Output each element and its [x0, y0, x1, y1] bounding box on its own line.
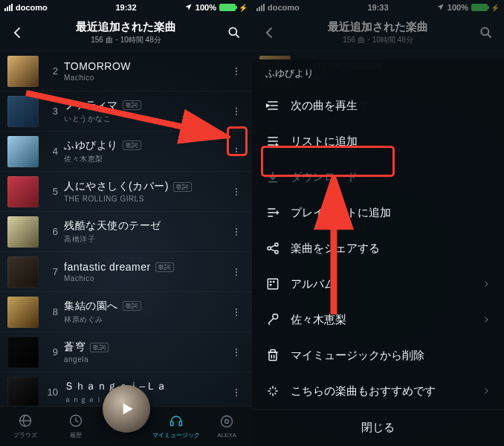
svg-point-13 [236, 194, 237, 195]
lyrics-badge: 歌詞 [123, 140, 141, 150]
album-art [7, 216, 39, 248]
svg-line-72 [268, 318, 274, 323]
svg-point-17 [236, 268, 237, 269]
album-art [7, 337, 39, 368]
track-title: TOMORROW [64, 60, 131, 72]
track-index: 10 [45, 387, 58, 398]
svg-rect-67 [268, 279, 277, 288]
track-title: 蒼穹 [64, 340, 85, 354]
track-index: 2 [45, 65, 58, 77]
svg-point-33 [222, 416, 233, 427]
menu-artist[interactable]: 佐々木恵梨 [252, 302, 504, 337]
menu-play-next[interactable]: 次の曲を再生 [252, 88, 504, 123]
track-title: 残酷な天使のテーゼ [64, 219, 161, 233]
status-bar: docomo 19:32 100% ⚡ [0, 0, 252, 15]
more-button[interactable] [225, 297, 248, 327]
page-title: 最近追加された楽曲 [0, 20, 252, 34]
track-title: fantastic dreamer [64, 261, 151, 273]
track-artist: 林原めぐみ [64, 314, 225, 325]
svg-rect-70 [273, 281, 275, 283]
more-button[interactable] [225, 337, 248, 367]
track-index: 9 [45, 346, 58, 358]
svg-point-24 [236, 352, 237, 353]
battery-icon [219, 4, 236, 11]
more-button[interactable] [225, 177, 248, 207]
svg-line-65 [271, 245, 276, 248]
tab-mymusic[interactable]: マイミュージック [151, 407, 201, 446]
menu-album[interactable]: アルバム [252, 266, 504, 302]
svg-point-4 [236, 74, 237, 75]
svg-rect-32 [179, 421, 181, 426]
more-button[interactable] [225, 217, 248, 247]
svg-point-26 [236, 388, 237, 390]
track-index: 7 [45, 266, 58, 277]
svg-marker-49 [267, 104, 269, 106]
svg-point-27 [236, 392, 237, 393]
svg-line-73 [268, 323, 270, 325]
more-button[interactable] [225, 56, 248, 86]
lyrics-badge: 歌詞 [123, 301, 141, 311]
trash-icon [265, 348, 280, 363]
more-button[interactable] [225, 257, 248, 287]
header: 最近追加された楽曲 156 曲・10時間 48分 [0, 15, 252, 51]
header: 最近追加された楽曲 156 曲・10時間 48分 [252, 15, 504, 51]
svg-point-25 [236, 355, 237, 356]
more-button[interactable] [225, 137, 248, 167]
track-list: 2TOMORROWMachico3ファティマ歌詞いとうかなこ4ふゆびより歌詞佐々… [0, 51, 252, 412]
svg-rect-31 [171, 421, 173, 426]
track-artist: Machico [64, 74, 225, 82]
svg-marker-35 [123, 403, 132, 414]
svg-point-15 [236, 231, 237, 233]
menu-share[interactable]: 楽曲をシェアする [252, 230, 504, 266]
album-art [7, 96, 39, 127]
svg-point-16 [236, 234, 237, 236]
playlist-add-icon [265, 205, 280, 220]
track-row[interactable]: 5人にやさしく(カバー)歌詞THE ROLLING GIRLS [0, 171, 252, 211]
menu-download: ダウンロード [252, 159, 504, 195]
sheet-close-button[interactable]: 閉じる [252, 409, 504, 446]
track-row[interactable]: 3ファティマ歌詞いとうかなこ [0, 91, 252, 131]
more-button[interactable] [225, 97, 248, 126]
svg-point-3 [236, 71, 237, 72]
svg-point-2 [236, 67, 237, 68]
album-art [7, 297, 39, 328]
album-icon [265, 277, 280, 291]
tab-history[interactable]: 履歴 [51, 407, 101, 446]
tab-browse[interactable]: ブラウズ [0, 407, 51, 446]
svg-point-6 [236, 111, 237, 112]
download-icon [265, 169, 280, 184]
menu-recommend[interactable]: こちらの楽曲もおすすめです [252, 373, 504, 409]
svg-point-8 [236, 147, 237, 149]
track-row[interactable]: 7fantastic dreamer歌詞Machico [0, 251, 252, 291]
tab-alexa[interactable]: ALEXA [201, 407, 252, 446]
more-button[interactable] [225, 378, 248, 407]
status-bar: docomo 19:33 100% ⚡ [252, 0, 504, 15]
menu-remove[interactable]: マイミュージックから削除 [252, 337, 504, 373]
track-index: 3 [45, 106, 58, 117]
svg-point-21 [236, 311, 237, 313]
chevron-right-icon [482, 385, 491, 398]
track-row[interactable]: 6残酷な天使のテーゼ高橋洋子 [0, 211, 252, 251]
svg-point-10 [236, 154, 237, 155]
track-artist: 高橋洋子 [64, 234, 225, 245]
album-art [7, 176, 39, 207]
sparkle-icon [265, 384, 280, 398]
track-title: 集結の園へ [64, 300, 118, 313]
page-subtitle: 156 曲・10時間 48分 [0, 35, 252, 45]
page-title: 最近追加された楽曲 [252, 20, 504, 34]
menu-add-list[interactable]: リストに追加 [252, 123, 504, 159]
track-row[interactable]: 8集結の園へ歌詞林原めぐみ [0, 291, 252, 332]
now-playing-bubble[interactable] [103, 385, 150, 433]
svg-point-11 [236, 187, 237, 189]
menu-add-playlist[interactable]: プレイリストに追加 [252, 195, 504, 230]
status-time: 19:33 [252, 3, 504, 12]
page-subtitle: 156 曲・10時間 48分 [252, 35, 504, 45]
track-row[interactable]: 4ふゆびより歌詞佐々木恵梨 [0, 131, 252, 171]
svg-point-20 [236, 308, 237, 309]
chevron-right-icon [482, 278, 491, 291]
track-row[interactable]: 9蒼穹歌詞angela [0, 332, 252, 372]
track-row[interactable]: 2TOMORROWMachico [0, 51, 252, 91]
track-artist: THE ROLLING GIRLS [64, 195, 225, 203]
track-title: ファティマ [64, 99, 118, 112]
track-artist: いとうかなこ [64, 114, 225, 124]
